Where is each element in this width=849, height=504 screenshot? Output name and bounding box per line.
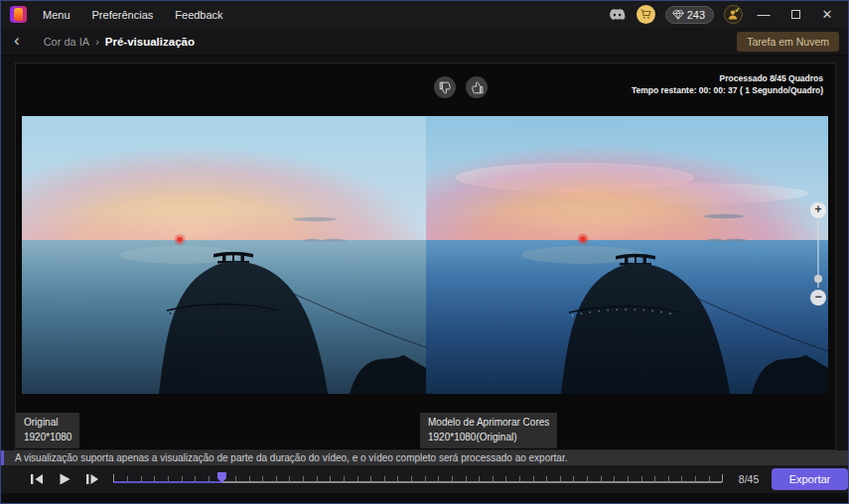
close-button[interactable]: ✕ [816,1,838,28]
enhanced-model-label: Modelo de Aprimorar Cores 1920*1080(Orig… [420,413,557,448]
enhanced-preview-image [426,116,828,394]
menu-item-menu[interactable]: Menu [43,9,71,21]
previous-frame-button[interactable] [29,471,45,487]
enhanced-label-resolution: 1920*1080(Original) [428,431,549,445]
menu-item-preferences[interactable]: Preferências [92,9,154,21]
menu-item-feedback[interactable]: Feedback [175,9,222,21]
breadcrumb-separator-icon: › [95,36,99,48]
original-label: Original 1920*1080 [16,413,79,448]
play-icon [59,473,71,485]
zoom-control: + − [810,202,826,306]
zoom-slider-thumb[interactable] [814,275,822,283]
breadcrumb-current: Pré-visualização [105,36,195,48]
bottom-strip [1,493,848,504]
notice-message: A visualização suporta apenas a visualiz… [15,452,567,463]
title-bar: Menu Preferências Feedback 243 — ✕ [1,1,848,28]
processing-time-line: Tempo restante: 00: 00: 37 ( 1 Segundo/Q… [632,84,823,96]
next-frame-icon [85,473,99,485]
thumbs-down-icon [439,81,452,94]
next-frame-button[interactable] [84,471,100,487]
cloud-task-button[interactable]: Tarefa em Nuvem [737,32,839,52]
maximize-button[interactable] [784,1,806,28]
export-button[interactable]: Exportar [772,468,848,490]
app-logo-icon [10,6,27,23]
credits-count: 243 [687,9,705,21]
thumbs-down-button[interactable] [434,76,456,98]
app-window: Menu Preferências Feedback 243 — ✕ ‹ [0,0,849,504]
processing-status: Processado 8/45 Quadros Tempo restante: … [632,72,823,97]
timeline-fill [113,481,221,483]
gem-icon [672,10,684,20]
play-button[interactable] [57,471,72,487]
maximize-icon [791,10,800,19]
previous-frame-icon [30,473,44,485]
enhanced-label-title: Modelo de Aprimorar Cores [428,416,549,431]
processing-frames-line: Processado 8/45 Quadros [632,72,823,84]
discord-icon[interactable] [608,8,627,22]
minimize-button[interactable]: — [753,1,775,28]
zoom-out-button[interactable]: − [810,290,826,306]
original-label-title: Original [24,416,71,431]
credits-counter[interactable]: 243 [665,6,714,24]
thumbs-up-icon [471,81,484,94]
original-label-resolution: 1920*1080 [24,431,71,445]
store-cart-icon[interactable] [637,5,655,24]
zoom-in-button[interactable]: + [810,202,826,218]
vip-account-icon[interactable] [724,5,743,24]
original-preview-image [22,116,426,394]
frame-counter: 8/45 [732,473,766,485]
notice-bar: A visualização suporta apenas a visualiz… [1,450,848,465]
playback-bar: 8/45 Exportar [1,465,848,493]
timeline-slider[interactable] [113,471,722,487]
notice-accent [1,450,4,465]
comparison-images [22,116,828,394]
thumbs-up-button[interactable] [466,76,488,98]
breadcrumb-parent[interactable]: Cor da IA [44,36,89,48]
nav-bar: ‹ Cor da IA › Pré-visualização Tarefa em… [1,28,848,56]
menu-bar: Menu Preferências Feedback [43,9,223,21]
back-button[interactable]: ‹ [1,28,26,56]
preview-panel: Processado 8/45 Quadros Tempo restante: … [15,63,836,450]
